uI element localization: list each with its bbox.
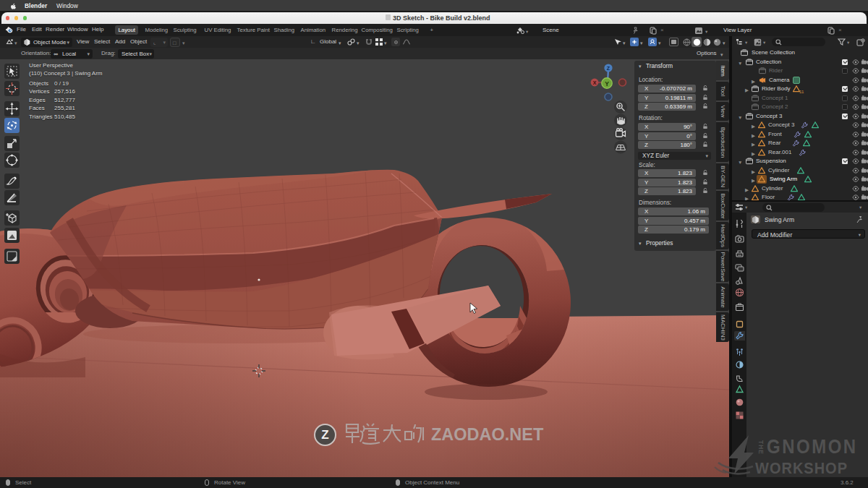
svg-text:Y: Y bbox=[605, 80, 609, 87]
svg-text:Z: Z bbox=[607, 66, 610, 71]
svg-text:X: X bbox=[593, 80, 597, 85]
